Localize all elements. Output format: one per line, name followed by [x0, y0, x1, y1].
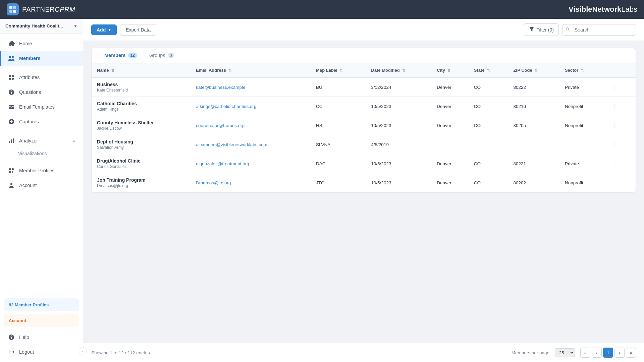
sidebar-item-members[interactable]: Members: [0, 51, 83, 66]
cell-state: [469, 135, 508, 154]
sidebar-item-logout[interactable]: Logout: [0, 345, 83, 359]
page-last-button[interactable]: »: [626, 348, 636, 358]
col-header-zip[interactable]: ZIP Code ⇅: [508, 63, 559, 77]
col-header-map-label[interactable]: Map Label ⇅: [311, 63, 366, 77]
cell-row-action[interactable]: ⋮: [603, 135, 636, 154]
page-1-button[interactable]: 1: [603, 348, 613, 358]
table-row[interactable]: Catholic Charities Adam Kings a.kings@ca…: [92, 97, 636, 116]
sidebar-item-help[interactable]: Help: [0, 330, 83, 345]
sidebar-bottom: 82 Member Profiles Account Help Logout: [0, 293, 83, 362]
sort-zip-icon: ⇅: [535, 68, 538, 72]
showing-text: Showing 1 to 12 of 12 entries.: [91, 350, 151, 355]
row-action-icon[interactable]: ⋮: [608, 84, 620, 90]
page-next-button[interactable]: ›: [614, 348, 625, 358]
sidebar-member-profiles-label: Account: [19, 183, 37, 188]
page-first-button[interactable]: «: [580, 348, 590, 358]
main-layout: Community Health Coalit... ▼ Home Member…: [0, 19, 644, 362]
filter-label: Filter (0): [536, 27, 554, 33]
help-icon: [8, 334, 15, 341]
cell-map-label: SLVNA: [311, 135, 366, 154]
sidebar: Community Health Coalit... ▼ Home Member…: [0, 19, 83, 362]
svg-rect-1: [13, 6, 16, 9]
cell-name: Job Training Program Dmarcos@jtc.org: [92, 173, 191, 192]
search-input[interactable]: [562, 24, 636, 36]
sort-map-icon: ⇅: [340, 68, 343, 72]
logo-area: PARTNERCPRM: [7, 3, 75, 15]
cell-email: alexmderr@visiblenetworklabs.com: [191, 135, 311, 154]
col-header-sector[interactable]: Sector ⇅: [559, 63, 603, 77]
content-area: Add ▼ Export Data Filter (0): [83, 19, 644, 362]
cell-name: County Homeless Shelter Jackie Listlow: [92, 116, 191, 135]
export-data-label: Export Data: [126, 27, 151, 33]
sidebar-item-email-templates[interactable]: Email Templates: [0, 100, 83, 114]
questions-icon: [8, 88, 15, 96]
sidebar-visualizations-label: Visualizations: [18, 151, 47, 156]
tab-members[interactable]: Members 12: [98, 48, 143, 63]
cell-zip: 80216: [508, 97, 559, 116]
table-row[interactable]: Drug/Alcohol Clinic Carlos Gonzalez c.go…: [92, 154, 636, 173]
sidebar-item-attributes[interactable]: Attributes: [0, 70, 83, 85]
row-action-icon[interactable]: ⋮: [608, 141, 620, 148]
table-row[interactable]: Dept of Housing Salvation Army alexmderr…: [92, 135, 636, 154]
col-header-email[interactable]: Email Address ⇅: [191, 63, 311, 77]
cell-sector: Nonprofit: [559, 173, 603, 192]
cell-row-action[interactable]: ⋮: [603, 77, 636, 97]
top-header: PARTNERCPRM VisibleVisibleNetworkLabsNet…: [0, 0, 644, 19]
svg-rect-0: [9, 6, 12, 9]
row-action-icon[interactable]: ⋮: [608, 179, 620, 186]
account-section[interactable]: Account: [4, 314, 79, 327]
sidebar-item-dashboards[interactable]: Member Profiles: [0, 163, 83, 178]
row-action-icon[interactable]: ⋮: [608, 160, 620, 167]
col-header-date-modified[interactable]: Date Modified ⇅: [366, 63, 431, 77]
cell-row-action[interactable]: ⋮: [603, 173, 636, 192]
cell-zip: [508, 135, 559, 154]
row-action-icon[interactable]: ⋮: [608, 122, 620, 129]
filter-button[interactable]: Filter (0): [524, 23, 559, 36]
cell-row-action[interactable]: ⋮: [603, 97, 636, 116]
cell-row-action[interactable]: ⋮: [603, 116, 636, 135]
tab-groups[interactable]: Groups 3: [143, 48, 180, 63]
sidebar-attributes-label: Attributes: [19, 75, 40, 80]
org-selector[interactable]: Community Health Coalit... ▼: [0, 19, 83, 34]
col-header-name[interactable]: Name ⇅: [92, 63, 191, 77]
col-header-state[interactable]: State ⇅: [469, 63, 508, 77]
app-logo-text: PARTNERCPRM: [22, 6, 75, 13]
cell-email: a.kings@catholic-charities.org: [191, 97, 311, 116]
cell-city: Denver: [431, 97, 469, 116]
analyzer-icon: [8, 137, 15, 144]
captures-icon: [8, 118, 15, 125]
cell-map-label: JTC: [311, 173, 366, 192]
account-label: Account: [9, 318, 74, 323]
col-header-city[interactable]: City ⇅: [431, 63, 469, 77]
cell-name: Drug/Alcohol Clinic Carlos Gonzalez: [92, 154, 191, 173]
table-row[interactable]: Job Training Program Dmarcos@jtc.org Dma…: [92, 173, 636, 192]
table-row[interactable]: Business Kate Chesterfield kate@business…: [92, 77, 636, 97]
table-header: Name ⇅ Email Address ⇅ Map Label ⇅: [92, 63, 636, 77]
sidebar-item-home[interactable]: Home: [0, 36, 83, 51]
pagination-buttons: « ‹ 1 › »: [580, 348, 636, 358]
cell-zip: 80205: [508, 116, 559, 135]
sidebar-item-analyzer[interactable]: Analyzer ▲: [0, 133, 83, 148]
cell-sector: Private: [559, 154, 603, 173]
cell-city: [431, 135, 469, 154]
sidebar-item-visualizations[interactable]: Visualizations: [0, 148, 83, 159]
cell-map-label: DAC: [311, 154, 366, 173]
add-button[interactable]: Add ▼: [91, 24, 117, 35]
dashboards-icon: [8, 167, 15, 174]
sidebar-item-questions[interactable]: Questions: [0, 85, 83, 100]
sidebar-collapse-button[interactable]: ‹: [79, 347, 87, 355]
cell-name: Catholic Charities Adam Kings: [92, 97, 191, 116]
table-row[interactable]: County Homeless Shelter Jackie Listlow c…: [92, 116, 636, 135]
sidebar-item-captures[interactable]: Captures: [0, 114, 83, 129]
row-action-icon[interactable]: ⋮: [608, 103, 620, 110]
home-icon: [8, 40, 15, 47]
sidebar-captures-label: Captures: [19, 119, 39, 124]
per-page-select[interactable]: 25 10 50 100: [555, 348, 575, 357]
cell-email: coordinator@homes.org: [191, 116, 311, 135]
pagination-bar: Showing 1 to 12 of 12 entries. Members p…: [83, 343, 644, 362]
export-data-button[interactable]: Export Data: [120, 24, 156, 36]
sidebar-item-member-profiles[interactable]: Account: [0, 178, 83, 193]
table-wrapper: Name ⇅ Email Address ⇅ Map Label ⇅: [92, 63, 636, 192]
cell-row-action[interactable]: ⋮: [603, 154, 636, 173]
page-prev-button[interactable]: ‹: [592, 348, 602, 358]
